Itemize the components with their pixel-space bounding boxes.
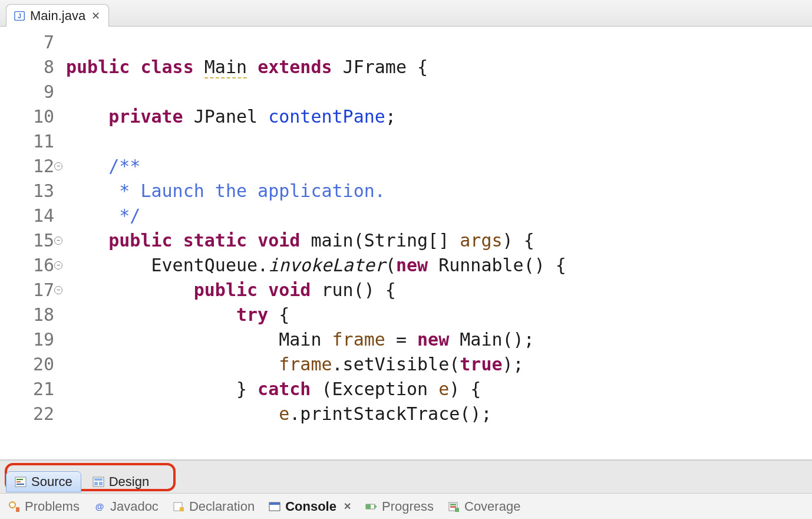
java-file-icon: J [14,9,27,22]
code-area[interactable]: public class Main extends JFrame { priva… [59,27,812,459]
view-tab-declaration[interactable]: Declaration [173,499,255,514]
mode-tab-source[interactable]: Source [6,471,81,492]
view-tab-progress[interactable]: Progress [365,499,434,514]
svg-rect-9 [94,478,103,481]
line-number: 9 [0,80,54,104]
svg-point-12 [9,502,15,508]
code-line[interactable]: public static void main(String[] args) { [66,228,812,253]
code-line[interactable]: frame.setVisible(true); [66,352,812,377]
svg-rect-11 [99,482,103,485]
mode-tab-design[interactable]: Design [84,471,158,492]
view-tab-coverage[interactable]: Coverage [448,499,520,514]
view-tab-label: Console [285,499,336,514]
line-number: 8 [0,55,54,80]
coverage-icon [448,501,460,513]
line-number-gutter: 789101112−131415−16−17−1819202122 [0,27,59,459]
mode-tab-label: Source [31,474,72,490]
declaration-icon [173,501,184,513]
code-line[interactable]: public void run() { [66,278,812,303]
line-number: 20 [0,352,54,377]
problems-icon [8,501,20,513]
line-number: 11 [0,129,54,154]
code-line[interactable] [66,129,812,154]
close-icon[interactable]: ✕ [91,9,100,22]
code-line[interactable]: Main frame = new Main(); [66,327,812,352]
code-line[interactable]: * Launch the application. [66,179,812,203]
fold-toggle-icon[interactable]: − [54,162,62,170]
code-line[interactable]: private JPanel contentPane; [66,104,812,129]
line-number: 19 [0,327,54,352]
fold-toggle-icon[interactable]: − [54,286,62,294]
view-tab-label: Coverage [464,499,520,514]
line-number: 17− [0,278,54,303]
javadoc-icon: @ [94,501,105,513]
svg-rect-20 [366,504,371,509]
view-tab-console[interactable]: Console ✕ [269,499,351,514]
svg-rect-24 [455,508,459,512]
close-icon[interactable]: ✕ [344,501,351,512]
editor-mode-tabs: Source Design [0,460,812,493]
line-number: 13 [0,179,54,203]
view-tab-problems[interactable]: Problems [8,499,80,514]
code-line[interactable]: */ [66,203,812,228]
code-line[interactable]: public class Main extends JFrame { [66,55,812,80]
view-tab-javadoc[interactable]: @ Javadoc [94,499,159,514]
svg-rect-22 [450,504,456,505]
line-number: 14 [0,203,54,228]
svg-text:@: @ [95,501,104,511]
svg-rect-23 [450,506,456,508]
editor-tab-main-java[interactable]: J Main.java ✕ [6,4,109,27]
console-icon [269,501,280,513]
line-number: 10 [0,104,54,129]
line-number: 22 [0,402,54,426]
editor-tab-label: Main.java [30,8,85,24]
code-editor[interactable]: 789101112−131415−16−17−1819202122 public… [0,27,812,460]
view-tab-label: Javadoc [110,499,159,514]
view-tab-label: Progress [382,499,434,514]
svg-rect-16 [180,507,184,511]
code-line[interactable]: /** [66,154,812,179]
fold-toggle-icon[interactable]: − [54,236,62,245]
svg-rect-10 [94,482,98,485]
bottom-views-bar: Problems @ Javadoc Declaration Console ✕ [0,493,812,519]
line-number: 12− [0,154,54,179]
code-line[interactable] [66,80,812,104]
line-number: 15− [0,228,54,253]
code-line[interactable]: EventQueue.invokeLater(new Runnable() { [66,253,812,278]
line-number: 18 [0,303,54,327]
progress-icon [365,501,377,513]
editor-tabbar: J Main.java ✕ [0,0,812,27]
source-view-icon [15,476,27,488]
mode-tab-label: Design [109,474,149,490]
code-line[interactable] [66,30,812,55]
line-number: 16− [0,253,54,278]
fold-toggle-icon[interactable]: − [54,261,62,270]
svg-rect-18 [269,502,280,505]
view-tab-label: Declaration [189,499,255,514]
line-number: 21 [0,377,54,402]
code-line[interactable]: try { [66,303,812,327]
svg-text:J: J [18,12,21,19]
design-view-icon [93,476,104,488]
code-line[interactable]: } catch (Exception e) { [66,377,812,402]
code-line[interactable]: e.printStackTrace(); [66,402,812,426]
svg-rect-13 [16,507,19,512]
line-number: 7 [0,30,54,55]
view-tab-label: Problems [25,499,80,514]
